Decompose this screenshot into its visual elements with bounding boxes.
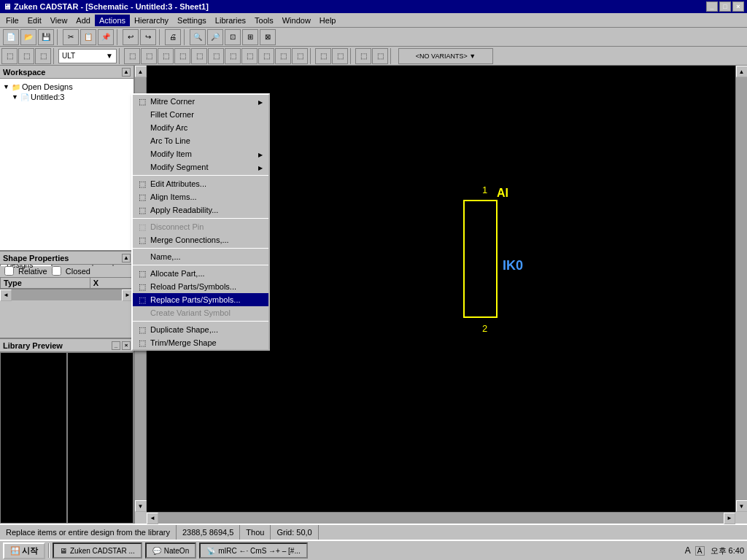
tree-open-designs-label: Open Designs: [22, 82, 73, 91]
tb-sch-18[interactable]: ⬚: [372, 48, 388, 64]
tb-save[interactable]: 💾: [38, 29, 54, 45]
tb-sch-2[interactable]: ⬚: [18, 48, 34, 64]
tb-sch-7[interactable]: ⬚: [174, 48, 190, 64]
tb-open[interactable]: 📂: [20, 29, 36, 45]
tb-redo[interactable]: ↪: [140, 29, 156, 45]
menu-tools[interactable]: Tools: [250, 15, 278, 26]
menu-arc-to-line[interactable]: Arc To Line: [133, 134, 268, 147]
tb-zoom-full[interactable]: ⊠: [260, 29, 276, 45]
menu-window[interactable]: Window: [278, 15, 315, 26]
menu-fillet-corner[interactable]: Fillet Corner: [133, 108, 268, 121]
menu-modify-segment[interactable]: Modify Segment: [133, 160, 268, 174]
menu-align-items[interactable]: ⬚ Align Items...: [133, 190, 268, 203]
tb-print[interactable]: 🖨: [165, 29, 181, 45]
workspace-collapse-btn[interactable]: ▲: [122, 68, 131, 77]
tb-zoom-out[interactable]: 🔎: [207, 29, 223, 45]
canvas-hscrollbar[interactable]: ◄ ►: [147, 512, 735, 524]
shape-props-collapse-btn[interactable]: ▲: [122, 254, 131, 262]
tb-sch-9[interactable]: ⬚: [208, 48, 224, 64]
tb-sch-11[interactable]: ⬚: [241, 48, 258, 64]
tb-sch-6[interactable]: ⬚: [158, 48, 174, 64]
expand-icon: ▼: [3, 83, 10, 90]
lib-preview-minimize[interactable]: _: [112, 341, 120, 350]
menu-reload-parts[interactable]: ⬚ Reload Parts/Symbols...: [133, 280, 268, 293]
menu-file[interactable]: File: [1, 15, 23, 26]
tb-copy[interactable]: 📋: [80, 29, 96, 45]
tb-sch-12[interactable]: ⬚: [258, 48, 274, 64]
hscroll-track[interactable]: [12, 289, 122, 300]
status-unit: Thou: [240, 525, 271, 540]
menu-settings[interactable]: Settings: [173, 15, 211, 26]
menu-apply-readability[interactable]: ⬚ Apply Readability...: [133, 203, 268, 217]
menu-sep1: [133, 175, 268, 176]
menu-merge-connections[interactable]: ⬚ Merge Connections,...: [133, 233, 268, 246]
props-hscrollbar[interactable]: ◄ ►: [0, 289, 133, 300]
taskbar-nateon[interactable]: 💬 NateOn: [145, 542, 196, 559]
tb-sch-16[interactable]: ⬚: [332, 48, 348, 64]
canvas-right-scrollbar[interactable]: ▲ ▼: [735, 66, 747, 512]
tree-untitled3[interactable]: ▼ 📄 Untitled:3: [12, 92, 131, 102]
scroll-down-btn[interactable]: ▼: [135, 500, 147, 512]
tb-zoom-fit[interactable]: ⊡: [225, 29, 241, 45]
menu-add[interactable]: Add: [71, 15, 95, 26]
tb-sch-8[interactable]: ⬚: [191, 48, 207, 64]
tb-undo[interactable]: ↩: [123, 29, 139, 45]
tb-cut[interactable]: ✂: [63, 29, 79, 45]
tb-sch-14[interactable]: ⬚: [292, 48, 308, 64]
menu-duplicate-shape[interactable]: ⬚ Duplicate Shape,...: [133, 323, 268, 336]
menu-view[interactable]: View: [46, 15, 72, 26]
canvas-scroll-up[interactable]: ▲: [736, 66, 748, 77]
minimize-button[interactable]: _: [706, 1, 718, 12]
fillet-corner-label: Fillet Corner: [150, 110, 194, 119]
canvas-hscroll-right[interactable]: ►: [724, 513, 735, 524]
tb-sch-10[interactable]: ⬚: [225, 48, 241, 64]
taskbar-mirc[interactable]: 📡 mIRC ←· CmS →+ – [#...: [199, 542, 308, 559]
menu-bar: File Edit View Add Actions Hierarchy Set…: [0, 13, 747, 28]
reload-icon: ⬚: [136, 282, 149, 292]
canvas-hscroll-track[interactable]: [158, 513, 724, 524]
menu-modify-arc[interactable]: Modify Arc: [133, 121, 268, 134]
status-coords: 2388,5 8694,5: [177, 525, 240, 540]
relative-checkbox[interactable]: [4, 266, 14, 276]
menu-mitre-corner[interactable]: ⬚ Mitre Corner: [133, 95, 268, 108]
menu-hierarchy[interactable]: Hierarchy: [130, 15, 173, 26]
library-preview-section: Library Preview _ ×: [0, 339, 133, 524]
menu-allocate-part[interactable]: ⬚ Allocate Part,...: [133, 267, 268, 280]
canvas-hscroll-left[interactable]: ◄: [147, 513, 158, 524]
modify-item-label: Modify Item: [150, 149, 192, 158]
tb-sch-5[interactable]: ⬚: [141, 48, 157, 64]
menu-modify-item[interactable]: Modify Item: [133, 147, 268, 160]
tb-paste[interactable]: 📌: [98, 29, 114, 45]
close-button[interactable]: ×: [732, 1, 744, 12]
menu-edit-attributes[interactable]: ⬚ Edit Attributes...: [133, 177, 268, 190]
design-dropdown[interactable]: ULT ▼: [58, 49, 117, 63]
menu-name[interactable]: Name,...: [133, 250, 268, 263]
menu-libraries[interactable]: Libraries: [211, 15, 250, 26]
menu-trim-merge[interactable]: ⬚ Trim/Merge Shape: [133, 336, 268, 349]
canvas-scroll-track[interactable]: [736, 77, 747, 500]
tb-zoom-window[interactable]: ⊞: [242, 29, 258, 45]
tb-sch-15[interactable]: ⬚: [315, 48, 331, 64]
tb-sch-17[interactable]: ⬚: [355, 48, 371, 64]
menu-replace-parts[interactable]: ⬚ Replace Parts/Symbols...: [133, 293, 268, 306]
tb-sch-1[interactable]: ⬚: [1, 48, 18, 64]
closed-checkbox[interactable]: [52, 266, 61, 276]
menu-help[interactable]: Help: [315, 15, 341, 26]
tb-sch-4[interactable]: ⬚: [124, 48, 140, 64]
tb-sch-3[interactable]: ⬚: [35, 48, 51, 64]
taskbar-cadstar[interactable]: 🖥 Zuken CADSTAR ...: [53, 542, 142, 559]
restore-button[interactable]: □: [719, 1, 731, 12]
scroll-up-btn[interactable]: ▲: [135, 66, 147, 77]
modify-segment-arrow: [251, 163, 263, 171]
tb-variants-btn[interactable]: <NO VARIANTS> ▼: [398, 48, 493, 64]
start-button[interactable]: 🪟 시작: [3, 542, 45, 559]
menu-edit[interactable]: Edit: [23, 15, 46, 26]
lib-preview-close[interactable]: ×: [122, 341, 131, 350]
hscroll-left[interactable]: ◄: [0, 289, 12, 301]
tree-open-designs[interactable]: ▼ 📁 Open Designs: [3, 82, 131, 92]
canvas-scroll-down[interactable]: ▼: [736, 500, 748, 512]
tb-zoom-in[interactable]: 🔍: [190, 29, 206, 45]
tb-sch-13[interactable]: ⬚: [275, 48, 291, 64]
tb-new[interactable]: 📄: [3, 29, 19, 45]
menu-actions[interactable]: Actions: [95, 15, 130, 26]
